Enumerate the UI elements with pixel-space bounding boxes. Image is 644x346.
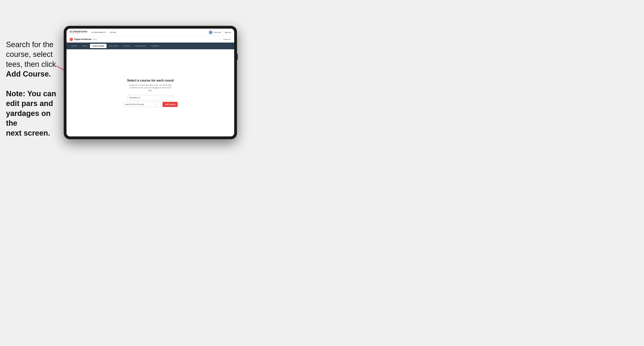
- annotation-line1: Search for the: [6, 40, 54, 49]
- tab-tee-groups[interactable]: Tee Groups: [107, 44, 121, 48]
- pipe-divider: |: [223, 31, 223, 33]
- logo: SCOREBOARD Powered by clippd: [70, 31, 88, 34]
- main-content: Select a course for each round Search fo…: [66, 49, 234, 136]
- user-name: Test User: [214, 31, 221, 33]
- annotation-block: Search for the course, select tees, then…: [6, 40, 62, 138]
- tournament-icon: C: [70, 38, 73, 41]
- annotation-note4: next screen.: [6, 129, 50, 137]
- tab-leaderboards[interactable]: Leaderboards: [132, 44, 148, 48]
- tee-select-icons: ✕ ⌄: [156, 104, 159, 105]
- nav-teams[interactable]: TEAMS: [110, 31, 116, 33]
- course-search-input[interactable]: [128, 95, 173, 100]
- sign-out-link[interactable]: Sign out: [225, 31, 231, 33]
- section-subtitle: Search for a course and select a tee. Yo…: [128, 84, 172, 92]
- annotation-note2: edit pars and: [6, 99, 53, 108]
- logo-sub: Powered by clippd: [70, 33, 88, 34]
- navbar-right: T Test User | Sign out: [209, 31, 231, 34]
- tournament-type: (Men): [92, 38, 98, 40]
- cancel-label: Cancel: [223, 38, 229, 40]
- annotation-line4: Add Course.: [6, 70, 51, 78]
- cancel-x-icon: ✕: [230, 38, 231, 40]
- nav-tournaments[interactable]: TOURNAMENTS: [91, 31, 106, 33]
- power-button: [237, 54, 238, 60]
- section-title: Select a course for each round: [127, 79, 174, 82]
- tee-select-value: Gold (M) (M) (7010 yds): [125, 103, 144, 105]
- tab-results[interactable]: Results: [121, 44, 132, 48]
- user-avatar: T: [209, 31, 212, 34]
- annotation-line3: tees, then click: [6, 60, 56, 68]
- tab-details[interactable]: Details: [69, 44, 79, 48]
- tournament-name: Clippd Invitational: [74, 38, 92, 40]
- tee-row: Gold (M) (M) (7010 yds) ✕ ⌄ Add Course: [123, 102, 178, 107]
- tab-printables[interactable]: Printables: [149, 44, 162, 48]
- navbar-left: SCOREBOARD Powered by clippd TOURNAMENTS…: [70, 31, 116, 34]
- navbar: SCOREBOARD Powered by clippd TOURNAMENTS…: [66, 29, 234, 36]
- tablet-device: SCOREBOARD Powered by clippd TOURNAMENTS…: [64, 26, 237, 139]
- tab-teams[interactable]: Teams: [80, 44, 90, 48]
- logo-text: SCOREBOARD: [70, 31, 88, 33]
- tournament-header: C Clippd Invitational (Men) Cancel ✕: [66, 36, 234, 42]
- annotation-note3: yardages on the: [6, 109, 50, 127]
- annotation-line2: course, select: [6, 50, 52, 58]
- add-course-button[interactable]: Add Course: [162, 102, 178, 107]
- tournament-title-row: C Clippd Invitational (Men): [70, 38, 97, 41]
- cancel-button[interactable]: Cancel ✕: [223, 38, 231, 40]
- tee-select-dropdown[interactable]: Gold (M) (M) (7010 yds) ✕ ⌄: [123, 102, 161, 107]
- tab-nav: Details Teams Course Setup Tee Groups Re…: [66, 42, 234, 49]
- tablet-screen: SCOREBOARD Powered by clippd TOURNAMENTS…: [66, 29, 234, 136]
- tab-course-setup[interactable]: Course Setup: [90, 44, 106, 48]
- annotation-note1: Note: You can: [6, 89, 56, 98]
